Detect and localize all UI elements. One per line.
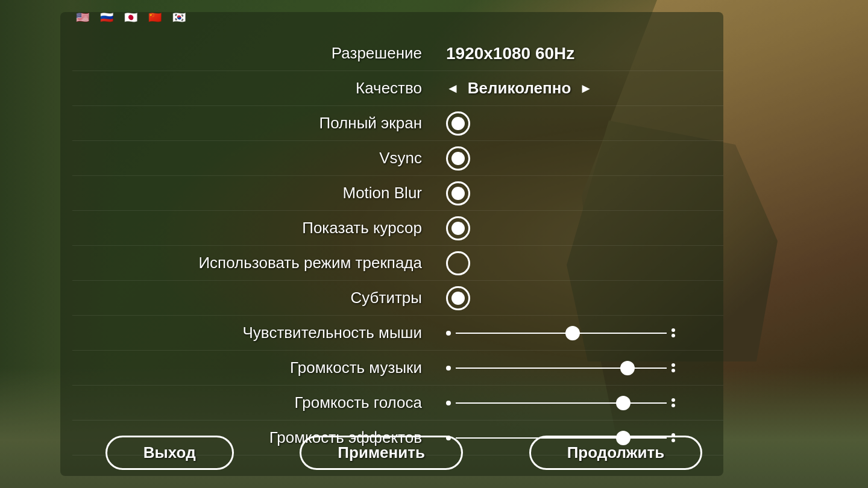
trackpad-row: Использовать режим трекпада (72, 246, 723, 281)
show-cursor-control (446, 216, 723, 240)
motion-blur-row: Motion Blur (72, 176, 723, 211)
fullscreen-label: Полный экран (72, 114, 446, 133)
dot2 (671, 334, 675, 337)
music-volume-slider[interactable] (446, 363, 675, 372)
trackpad-control (446, 251, 723, 275)
vsync-row: Vsync (72, 141, 723, 176)
us-flag-btn[interactable]: 🇺🇸 (72, 11, 93, 24)
mouse-sensitivity-thumb[interactable] (565, 326, 580, 340)
cn-flag-btn[interactable]: 🇨🇳 (145, 11, 165, 24)
slider-end-dots (671, 328, 675, 337)
voice-volume-label: Громкость голоса (72, 393, 446, 412)
quality-selector: ◄ Великолепно ► (446, 79, 593, 98)
show-cursor-label: Показать курсор (72, 219, 446, 237)
music-volume-control (446, 363, 723, 372)
resolution-value: 1920x1080 60Hz (446, 44, 574, 63)
trackpad-toggle[interactable] (446, 251, 470, 275)
exit-button[interactable]: Выход (105, 436, 234, 470)
motion-blur-control (446, 181, 723, 205)
dot1 (671, 328, 675, 332)
vsync-label: Vsync (72, 149, 446, 167)
music-volume-label: Громкость музыки (72, 358, 446, 377)
trackpad-label: Использовать режим трекпада (72, 254, 446, 272)
dot2 (671, 369, 675, 372)
slider-start-dot (446, 331, 451, 336)
slider-end-dots (671, 363, 675, 372)
fullscreen-toggle[interactable] (446, 111, 470, 136)
music-volume-row: Громкость музыки (72, 351, 723, 386)
motion-blur-label: Motion Blur (72, 184, 446, 202)
mouse-sensitivity-row: Чувствительность мыши (72, 316, 723, 351)
music-volume-track[interactable] (456, 368, 667, 369)
vsync-toggle[interactable] (446, 146, 470, 170)
voice-volume-track[interactable] (456, 402, 667, 404)
motion-blur-toggle[interactable] (446, 181, 470, 205)
show-cursor-toggle[interactable] (446, 216, 470, 240)
quality-label: Качество (72, 79, 446, 98)
subtitles-control (446, 286, 723, 310)
settings-container: Разрешение 1920x1080 60Hz Качество ◄ Вел… (72, 36, 723, 455)
jp-flag-btn[interactable]: 🇯🇵 (121, 11, 141, 24)
slider-start-dot (446, 401, 451, 405)
other-flag-btn[interactable]: 🇰🇷 (169, 11, 189, 24)
resolution-label: Разрешение (72, 44, 446, 63)
quality-row: Качество ◄ Великолепно ► (72, 71, 723, 106)
quality-arrow-right[interactable]: ► (579, 81, 593, 96)
show-cursor-row: Показать курсор (72, 211, 723, 246)
dot1 (671, 398, 675, 402)
quality-arrow-left[interactable]: ◄ (446, 81, 459, 96)
bottom-buttons: Выход Применить Продолжить (72, 436, 735, 470)
voice-volume-slider[interactable] (446, 398, 675, 407)
fullscreen-row: Полный экран (72, 106, 723, 141)
mouse-sensitivity-slider[interactable] (446, 328, 675, 337)
voice-volume-row: Громкость голоса (72, 386, 723, 421)
dot2 (671, 404, 675, 407)
fullscreen-control (446, 111, 723, 136)
continue-button[interactable]: Продолжить (529, 436, 703, 470)
subtitles-label: Субтитры (72, 289, 446, 307)
resolution-control: 1920x1080 60Hz (446, 44, 723, 63)
quality-value: Великолепно (468, 79, 571, 98)
subtitles-toggle[interactable] (446, 286, 470, 310)
ru-flag-btn[interactable]: 🇷🇺 (96, 11, 117, 24)
music-volume-thumb[interactable] (620, 361, 635, 375)
slider-end-dots (671, 398, 675, 407)
quality-control: ◄ Великолепно ► (446, 79, 723, 98)
voice-volume-thumb[interactable] (616, 396, 631, 410)
mouse-sensitivity-control (446, 328, 723, 337)
voice-volume-control (446, 398, 723, 407)
language-flags: 🇺🇸 🇷🇺 🇯🇵 🇨🇳 🇰🇷 (72, 11, 189, 24)
resolution-row: Разрешение 1920x1080 60Hz (72, 36, 723, 71)
dot1 (671, 363, 675, 367)
vsync-control (446, 146, 723, 170)
apply-button[interactable]: Применить (300, 436, 463, 470)
slider-start-dot (446, 366, 451, 371)
subtitles-row: Субтитры (72, 281, 723, 316)
mouse-sensitivity-track[interactable] (456, 333, 667, 334)
mouse-sensitivity-label: Чувствительность мыши (72, 324, 446, 342)
